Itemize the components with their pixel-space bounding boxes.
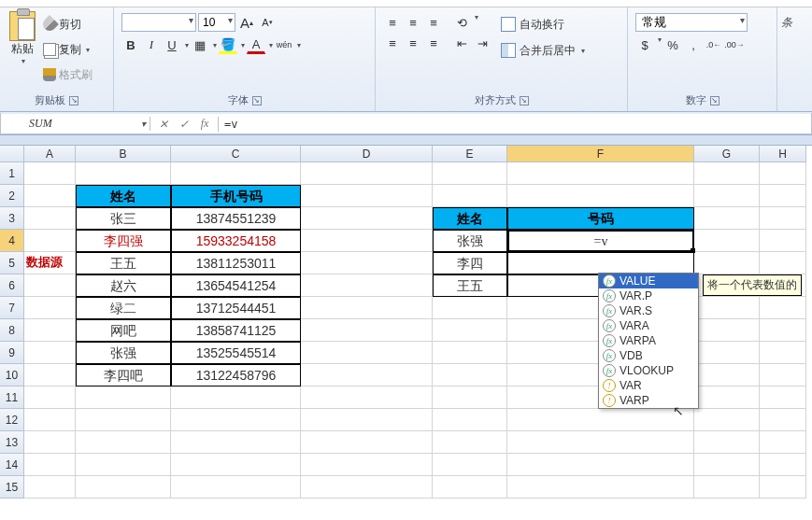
- cell-A9[interactable]: [24, 342, 76, 364]
- autocomplete-item[interactable]: fxVARA: [599, 318, 698, 333]
- phonetic-button[interactable]: wén: [275, 35, 293, 54]
- paste-dropdown[interactable]: ▾: [21, 57, 25, 65]
- align-top-button[interactable]: ≡: [383, 13, 402, 32]
- row-header-15[interactable]: 15: [0, 476, 24, 499]
- cell-C13[interactable]: [171, 431, 301, 454]
- cell-B11[interactable]: [76, 386, 171, 409]
- increase-font-button[interactable]: A▴: [237, 13, 256, 32]
- fill-color-button[interactable]: 🪣: [219, 35, 237, 54]
- cell-D15[interactable]: [301, 476, 433, 499]
- autocomplete-item[interactable]: !VARP: [599, 393, 698, 408]
- cell-H11[interactable]: [760, 386, 806, 409]
- cell-D10[interactable]: [301, 364, 433, 386]
- cell-D13[interactable]: [301, 431, 433, 454]
- cell-G5[interactable]: [694, 252, 760, 274]
- col-header-C[interactable]: C: [171, 146, 301, 162]
- col-header-G[interactable]: G: [694, 146, 760, 162]
- cell-F1[interactable]: [507, 162, 694, 185]
- cell-D6[interactable]: [301, 274, 433, 297]
- number-dialog-launcher[interactable]: ↘: [710, 96, 719, 105]
- cell-A11[interactable]: [24, 386, 76, 409]
- cell-F4[interactable]: =v: [507, 230, 694, 252]
- col-header-H[interactable]: H: [760, 146, 806, 162]
- cell-C8[interactable]: 13858741125: [171, 319, 301, 342]
- cell-A1[interactable]: [24, 162, 76, 185]
- cell-D4[interactable]: [301, 230, 433, 252]
- row-header-5[interactable]: 5: [0, 252, 24, 274]
- autocomplete-item[interactable]: !VAR: [599, 378, 698, 393]
- cell-H14[interactable]: [760, 454, 806, 476]
- cell-F2[interactable]: [507, 185, 694, 207]
- merge-center-button[interactable]: 合并后居中▾: [501, 39, 585, 62]
- orientation-button[interactable]: ⟲: [452, 13, 471, 32]
- autocomplete-item[interactable]: fxVAR.P: [599, 288, 698, 303]
- cell-D5[interactable]: [301, 252, 433, 274]
- cell-B6[interactable]: 赵六: [76, 274, 171, 297]
- autocomplete-item[interactable]: fxVDB: [599, 348, 698, 363]
- cell-E11[interactable]: [433, 386, 507, 409]
- cell-C11[interactable]: [171, 386, 301, 409]
- row-header-13[interactable]: 13: [0, 431, 24, 454]
- cell-D7[interactable]: [301, 297, 433, 319]
- cell-C5[interactable]: 13811253011: [171, 252, 301, 274]
- cell-G11[interactable]: [694, 386, 760, 409]
- copy-button[interactable]: 复制▾: [43, 38, 93, 61]
- cell-B8[interactable]: 网吧: [76, 319, 171, 342]
- cell-H10[interactable]: [760, 364, 806, 386]
- cell-E9[interactable]: [433, 342, 507, 364]
- autocomplete-item[interactable]: fxVLOOKUP: [599, 363, 698, 378]
- cell-B10[interactable]: 李四吧: [76, 364, 171, 386]
- cell-H8[interactable]: [760, 319, 806, 342]
- cell-A4[interactable]: [24, 230, 76, 252]
- row-header-8[interactable]: 8: [0, 319, 24, 342]
- bold-button[interactable]: B: [121, 35, 140, 54]
- cell-G8[interactable]: [694, 319, 760, 342]
- row-header-7[interactable]: 7: [0, 297, 24, 319]
- cell-C1[interactable]: [171, 162, 301, 185]
- underline-button[interactable]: U: [163, 35, 181, 54]
- cell-G13[interactable]: [694, 431, 760, 454]
- cell-F12[interactable]: [507, 409, 694, 431]
- cell-B14[interactable]: [76, 454, 171, 476]
- border-button[interactable]: ▦: [191, 35, 209, 54]
- cancel-formula-button[interactable]: ✕: [156, 117, 171, 132]
- align-right-button[interactable]: ≡: [424, 34, 443, 52]
- row-header-11[interactable]: 11: [0, 386, 24, 409]
- cell-B4[interactable]: 李四强: [76, 230, 171, 252]
- cell-D9[interactable]: [301, 342, 433, 364]
- alignment-dialog-launcher[interactable]: ↘: [520, 96, 529, 105]
- cell-C2[interactable]: 手机号码: [171, 185, 301, 207]
- cell-G1[interactable]: [694, 162, 760, 185]
- col-header-B[interactable]: B: [76, 146, 171, 162]
- cell-H15[interactable]: [760, 476, 806, 499]
- cell-H4[interactable]: [760, 230, 806, 252]
- cell-C14[interactable]: [171, 454, 301, 476]
- row-header-1[interactable]: 1: [0, 162, 24, 185]
- cell-G12[interactable]: [694, 409, 760, 431]
- col-header-E[interactable]: E: [433, 146, 507, 162]
- cell-A13[interactable]: [24, 431, 76, 454]
- comma-button[interactable]: ,: [684, 35, 703, 54]
- enter-formula-button[interactable]: ✓: [177, 117, 192, 132]
- row-header-3[interactable]: 3: [0, 207, 24, 230]
- cell-H13[interactable]: [760, 431, 806, 454]
- autocomplete-item[interactable]: fxVAR.S: [599, 303, 698, 318]
- cell-H1[interactable]: [760, 162, 806, 185]
- cell-A14[interactable]: [24, 454, 76, 476]
- cell-E4[interactable]: 张强: [433, 230, 507, 252]
- cell-B13[interactable]: [76, 431, 171, 454]
- select-all-corner[interactable]: [0, 146, 24, 162]
- row-header-6[interactable]: 6: [0, 274, 24, 297]
- cell-G7[interactable]: [694, 297, 760, 319]
- number-format-combo[interactable]: [635, 13, 748, 32]
- cell-D12[interactable]: [301, 409, 433, 431]
- cell-E12[interactable]: [433, 409, 507, 431]
- cell-F3[interactable]: 号码: [507, 207, 694, 230]
- name-box[interactable]: SUM: [1, 117, 150, 131]
- cell-F13[interactable]: [507, 431, 694, 454]
- cell-C6[interactable]: 13654541254: [171, 274, 301, 297]
- cell-A2[interactable]: [24, 185, 76, 207]
- cell-F15[interactable]: [507, 476, 694, 499]
- col-header-D[interactable]: D: [301, 146, 433, 162]
- cell-E14[interactable]: [433, 454, 507, 476]
